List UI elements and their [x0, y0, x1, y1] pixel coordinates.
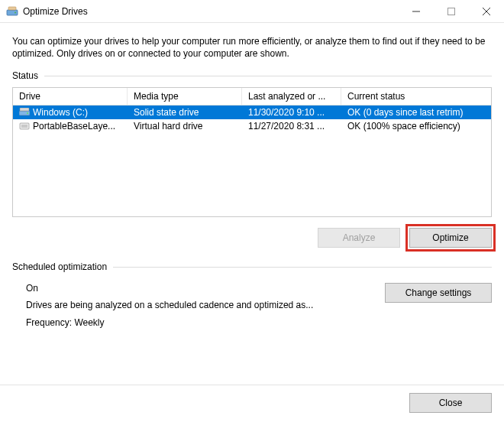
drive-icon [19, 108, 30, 117]
drive-list-header: Drive Media type Last analyzed or ... Cu… [13, 88, 491, 106]
window-title: Optimize Drives [23, 6, 88, 17]
optimize-button[interactable]: Optimize [409, 228, 492, 248]
cell-media: Virtual hard drive [128, 120, 242, 132]
status-actions: Analyze Optimize [12, 228, 492, 248]
drive-list[interactable]: Drive Media type Last analyzed or ... Cu… [12, 87, 492, 217]
schedule-state: On [26, 281, 374, 296]
titlebar: Optimize Drives [0, 0, 504, 23]
schedule-button-col: Change settings [385, 281, 492, 330]
status-label-text: Status [12, 70, 38, 81]
maximize-button[interactable] [434, 0, 469, 22]
divider [113, 267, 492, 268]
schedule-label-text: Scheduled optimization [12, 261, 107, 272]
svg-rect-9 [20, 108, 29, 111]
col-media[interactable]: Media type [128, 88, 242, 105]
intro-text: You can optimize your drives to help you… [12, 35, 492, 60]
cell-status: OK (100% space efficiency) [341, 120, 491, 132]
col-status[interactable]: Current status [341, 88, 491, 105]
col-last[interactable]: Last analyzed or ... [242, 88, 341, 105]
schedule-frequency-value: Weekly [74, 317, 104, 328]
window-root: Optimize Drives You can optimize your dr… [0, 0, 504, 422]
drive-icon [19, 122, 30, 131]
minimize-button[interactable] [399, 0, 434, 22]
cell-last: 11/30/2020 9:10 ... [242, 106, 341, 118]
schedule-frequency: Frequency: Weekly [26, 316, 374, 330]
svg-rect-2 [8, 7, 16, 10]
schedule-group-label: Scheduled optimization [12, 261, 492, 272]
close-button[interactable]: Close [409, 393, 492, 413]
cell-media: Solid state drive [128, 106, 242, 118]
status-group-label: Status [12, 70, 492, 81]
schedule-frequency-label: Frequency: [26, 317, 72, 328]
svg-point-8 [27, 112, 28, 114]
table-row[interactable]: PortableBaseLaye... Virtual hard drive 1… [13, 119, 491, 133]
divider [44, 76, 492, 76]
footer: Close [0, 385, 504, 422]
content-area: You can optimize your drives to help you… [0, 23, 504, 385]
cell-drive: PortableBaseLaye... [33, 121, 115, 131]
svg-point-1 [15, 11, 16, 13]
close-window-button[interactable] [469, 0, 504, 22]
svg-rect-4 [448, 8, 455, 15]
schedule-text: On Drives are being analyzed on a schedu… [26, 281, 374, 330]
col-drive[interactable]: Drive [13, 88, 128, 105]
schedule-body: On Drives are being analyzed on a schedu… [12, 278, 492, 330]
schedule-desc: Drives are being analyzed on a scheduled… [26, 298, 374, 313]
analyze-button[interactable]: Analyze [318, 228, 400, 248]
app-icon [6, 5, 18, 18]
cell-status: OK (0 days since last retrim) [341, 106, 491, 118]
window-controls [399, 0, 504, 22]
cell-drive: Windows (C:) [33, 107, 88, 118]
table-row[interactable]: Windows (C:) Solid state drive 11/30/202… [13, 106, 491, 119]
cell-last: 11/27/2020 8:31 ... [242, 120, 341, 132]
svg-rect-11 [21, 125, 27, 128]
change-settings-button[interactable]: Change settings [385, 283, 492, 303]
